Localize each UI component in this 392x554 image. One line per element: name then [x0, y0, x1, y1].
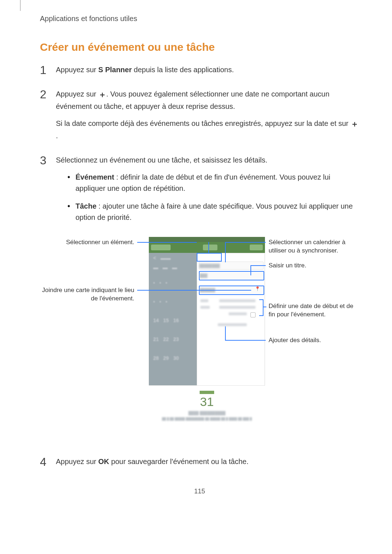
page-number: 115 — [40, 488, 359, 495]
leader-line — [208, 242, 209, 253]
leader-line — [250, 265, 251, 275]
highlight-event-tab — [197, 253, 222, 262]
tab-anniversary — [203, 245, 217, 250]
status-bar — [149, 237, 265, 242]
annotated-screenshot: <▬▬ ▬▬▬ ▪▪▪ ▪▪▪ 141516 212223 282930 ███… — [44, 237, 359, 440]
leader-line — [225, 242, 226, 262]
bottom-panel: 31 ████ ██████████ ██ █ ██ █████ ███████… — [149, 385, 265, 433]
chapter-title: Applications et fonctions utiles — [40, 15, 359, 23]
leader-line — [225, 242, 266, 243]
tab-event — [151, 245, 171, 250]
step-1: 1 Appuyez sur S Planner depuis la liste … — [40, 64, 359, 81]
crop-mark — [20, 0, 21, 11]
page: Applications et fonctions utiles Créer u… — [0, 0, 392, 517]
calendar-grid: <▬▬ ▬▬▬ ▪▪▪ ▪▪▪ 141516 212223 282930 — [150, 253, 195, 386]
step-2: 2 Appuyez sur ＋. Vous pouvez également s… — [40, 89, 359, 147]
leader-line — [137, 290, 251, 291]
bullet-event: Événement : définir la date de début et … — [68, 172, 359, 194]
leader-bracket — [259, 299, 264, 316]
step-number: 2 — [40, 89, 48, 147]
callout-enter-title: Saisir un titre. — [269, 262, 359, 270]
step-2-text-2: Si la date comporte déjà des événements … — [56, 118, 359, 141]
step-3: 3 Sélectionnez un événement ou une tâche… — [40, 155, 359, 230]
callout-select-calendar: Sélectionner un calendrier à utiliser ou… — [269, 238, 359, 255]
plus-icon: ＋ — [98, 89, 106, 101]
title-input: ███ — [199, 271, 264, 280]
callout-attach-map: Joindre une carte indiquant le lieu de l… — [40, 286, 134, 303]
calendar-icon — [200, 391, 214, 394]
step-3-intro: Sélectionnez un événement ou une tâche, … — [56, 155, 359, 166]
step-4-text: Appuyez sur OK pour sauvegarder l'événem… — [56, 456, 359, 467]
blurred-text: ██ █ ██ █████ █████████ ██ █████ ██ █ ██… — [149, 417, 265, 420]
leader-line — [250, 265, 266, 266]
splanner-tabbar — [149, 242, 265, 253]
calendar-day-label: 31 — [149, 395, 265, 409]
leader-line — [263, 307, 266, 307]
blurred-text: ████ ██████████ — [149, 411, 265, 415]
phone-screenshot: <▬▬ ▬▬▬ ▪▪▪ ▪▪▪ 141516 212223 282930 ███… — [149, 237, 265, 433]
step-number: 3 — [40, 155, 48, 230]
callout-set-dates: Définir une date de début et de fin pour… — [269, 302, 359, 319]
section-heading: Créer un événement ou une tâche — [40, 41, 359, 53]
map-pin-icon: 📍 — [255, 286, 260, 291]
callout-add-details: Ajouter des détails. — [269, 336, 359, 345]
tab-task — [250, 245, 263, 250]
step-2-text-1: Appuyez sur ＋. Vous pouvez également sél… — [56, 89, 359, 112]
leader-line — [225, 340, 266, 341]
step-3-bullets: Événement : définir la date de début et … — [68, 172, 359, 223]
leader-line — [137, 242, 197, 243]
plus-icon: ＋ — [351, 118, 359, 130]
step-number: 4 — [40, 456, 48, 473]
callout-select-item: Sélectionner un élément. — [44, 238, 134, 247]
step-number: 1 — [40, 64, 48, 81]
step-1-text: Appuyez sur S Planner depuis la liste de… — [56, 64, 359, 75]
step-4: 4 Appuyez sur OK pour sauvegarder l'évén… — [40, 456, 359, 473]
bullet-task: Tâche : ajouter une tâche à faire à une … — [68, 201, 359, 223]
